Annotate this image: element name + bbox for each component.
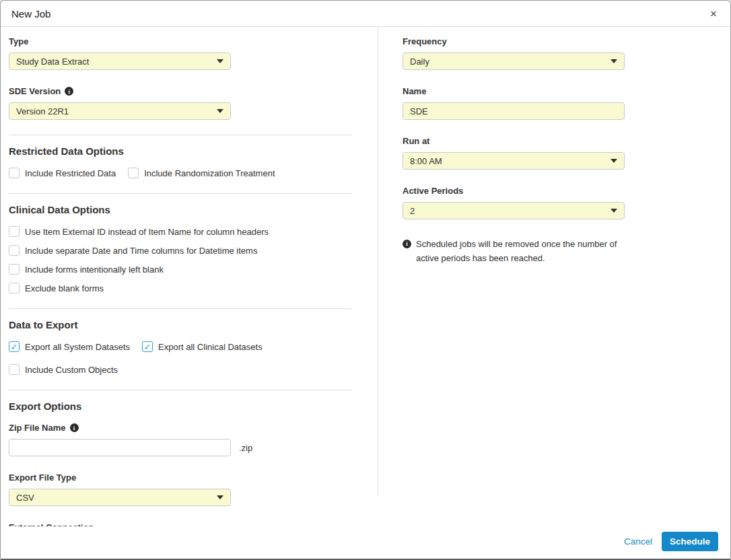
zip-suffix: .zip: [239, 443, 252, 453]
export-file-type-dropdown[interactable]: CSV: [9, 489, 231, 506]
active-periods-dropdown[interactable]: 2: [403, 202, 625, 219]
restricted-checkbox-row: Include Restricted Data Include Randomiz…: [9, 168, 352, 178]
checkbox-box[interactable]: [9, 341, 20, 352]
type-dropdown[interactable]: Study Data Extract: [9, 53, 231, 70]
zip-file-name-row: .zip: [9, 439, 352, 456]
checkbox-export-all-clinical-datasets[interactable]: Export all Clinical Datasets: [142, 341, 263, 352]
checkbox-export-all-system-datasets[interactable]: Export all System Datasets: [9, 341, 130, 352]
checkbox-box[interactable]: [9, 364, 20, 375]
checkbox-include-randomization-treatment[interactable]: Include Randomization Treatment: [128, 168, 275, 178]
divider: [9, 193, 352, 194]
close-icon[interactable]: ×: [707, 7, 720, 21]
chevron-down-icon: [611, 159, 617, 163]
dialog-title: New Job: [11, 8, 50, 20]
name-input[interactable]: [403, 102, 625, 120]
export-file-type-dropdown-value: CSV: [16, 493, 34, 503]
checkbox-box[interactable]: [9, 283, 20, 293]
checkbox-label: Export all System Datasets: [25, 342, 130, 352]
right-column: Frequency Daily Name Run at 8:00 AM Acti…: [378, 27, 730, 526]
divider: [9, 390, 352, 390]
sde-version-label-text: SDE Version: [9, 86, 61, 96]
checkbox-include-restricted-data[interactable]: Include Restricted Data: [9, 168, 116, 178]
zip-file-name-input[interactable]: [9, 439, 231, 456]
checkbox-include-custom-objects[interactable]: Include Custom Objects: [9, 364, 118, 375]
dialog-body: Type Study Data Extract SDE Version i Ve…: [1, 27, 730, 526]
active-periods-note: i Scheduled jobs will be removed once th…: [403, 237, 635, 266]
checkbox-box[interactable]: [9, 264, 20, 275]
chevron-down-icon: [217, 109, 223, 113]
checkbox-label: Exclude blank forms: [25, 283, 104, 293]
dialog-footer: Cancel Schedule: [1, 526, 730, 559]
export-file-type-label: Export File Type: [9, 473, 352, 483]
active-periods-dropdown-value: 2: [410, 206, 415, 216]
checkbox-label: Use Item External ID instead of Item Nam…: [25, 227, 269, 237]
left-column: Type Study Data Extract SDE Version i Ve…: [1, 27, 378, 526]
frequency-dropdown[interactable]: Daily: [403, 53, 625, 70]
checkbox-label: Include separate Date and Time columns f…: [25, 246, 257, 256]
checkbox-box[interactable]: [9, 168, 20, 178]
schedule-button[interactable]: Schedule: [662, 532, 718, 551]
checkbox-include-forms-intentionally-left-blank[interactable]: Include forms intentionally left blank: [9, 264, 352, 275]
checkbox-label: Include Custom Objects: [25, 365, 118, 375]
run-at-dropdown[interactable]: 8:00 AM: [403, 152, 625, 170]
sde-version-dropdown-value: Version 22R1: [16, 106, 69, 116]
frequency-label: Frequency: [403, 36, 730, 46]
active-periods-label: Active Periods: [403, 186, 730, 196]
clinical-data-options-heading: Clinical Data Options: [9, 204, 352, 215]
chevron-down-icon: [217, 495, 223, 499]
checkbox-label: Include Restricted Data: [25, 168, 116, 178]
checkbox-use-item-external-id[interactable]: Use Item External ID instead of Item Nam…: [9, 226, 352, 237]
zip-file-name-label-text: Zip File Name: [9, 423, 66, 433]
note-text: Scheduled jobs will be removed once the …: [416, 237, 635, 266]
checkbox-separate-date-time-columns[interactable]: Include separate Date and Time columns f…: [9, 245, 352, 256]
frequency-dropdown-value: Daily: [410, 57, 429, 67]
dialog-header: New Job ×: [1, 1, 730, 27]
checkbox-exclude-blank-forms[interactable]: Exclude blank forms: [9, 283, 352, 293]
checkbox-box[interactable]: [9, 245, 20, 256]
info-icon: i: [65, 87, 73, 96]
data-to-export-checkbox-row: Export all System Datasets Export all Cl…: [9, 341, 352, 375]
sde-version-dropdown[interactable]: Version 22R1: [9, 102, 231, 120]
chevron-down-icon: [611, 59, 617, 63]
checkbox-label: Export all Clinical Datasets: [158, 342, 263, 352]
data-to-export-heading: Data to Export: [9, 319, 352, 330]
divider: [9, 135, 352, 135]
run-at-label: Run at: [403, 136, 730, 146]
name-label: Name: [403, 86, 730, 96]
type-label: Type: [9, 36, 352, 46]
chevron-down-icon: [217, 59, 223, 63]
cancel-button[interactable]: Cancel: [624, 536, 652, 547]
zip-file-name-label: Zip File Name i: [9, 423, 352, 433]
type-dropdown-value: Study Data Extract: [16, 57, 89, 67]
clinical-checkbox-list: Use Item External ID instead of Item Nam…: [9, 226, 352, 293]
divider: [9, 308, 352, 309]
checkbox-box[interactable]: [9, 226, 20, 237]
sde-version-label: SDE Version i: [9, 86, 352, 96]
chevron-down-icon: [611, 209, 617, 213]
restricted-data-options-heading: Restricted Data Options: [9, 145, 352, 157]
checkbox-box[interactable]: [128, 168, 139, 178]
new-job-dialog: New Job × Type Study Data Extract SDE Ve…: [0, 0, 731, 560]
run-at-dropdown-value: 8:00 AM: [410, 156, 442, 166]
checkbox-box[interactable]: [142, 341, 153, 352]
info-icon: i: [70, 423, 79, 432]
info-icon: i: [403, 240, 411, 248]
checkbox-label: Include forms intentionally left blank: [25, 265, 164, 275]
checkbox-label: Include Randomization Treatment: [144, 168, 275, 178]
export-options-heading: Export Options: [9, 400, 352, 412]
